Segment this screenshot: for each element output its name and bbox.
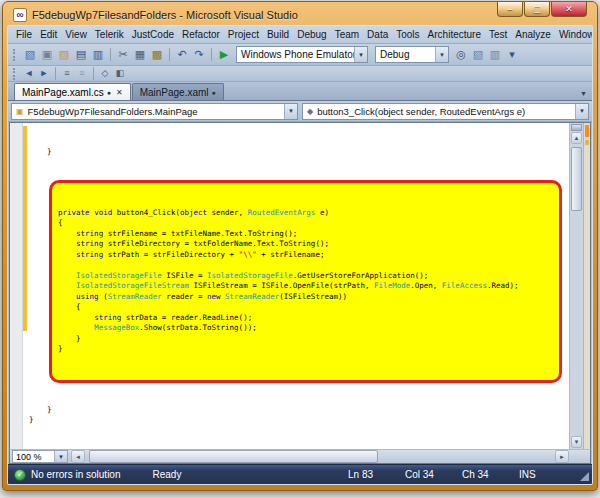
toolbar-grip[interactable] — [13, 68, 17, 80]
check-icon: ✓ — [14, 469, 26, 481]
vertical-scrollbar[interactable]: ▲ ▼ — [569, 123, 583, 449]
cut-icon[interactable]: ✂ — [115, 47, 131, 63]
chevron-down-icon[interactable]: ▼ — [284, 104, 297, 119]
menu-item-build[interactable]: Build — [263, 28, 293, 41]
code-line: } — [29, 415, 567, 426]
menu-item-architecture[interactable]: Architecture — [424, 28, 485, 41]
vertical-scrollbar-thumb[interactable] — [571, 147, 582, 211]
caption-buttons: – ▢ ✕ — [496, 2, 587, 17]
error-status[interactable]: ✓ No errors in solution — [14, 469, 134, 481]
toggle-outlining-icon[interactable]: ◧ — [113, 67, 127, 80]
tab-mainpage-xaml-cs[interactable]: MainPage.xaml.cs ● ✕ — [14, 83, 131, 100]
maximize-button[interactable]: ▢ — [524, 2, 550, 17]
code-line: } — [29, 147, 567, 158]
save-icon[interactable]: ▤ — [73, 47, 89, 63]
menu-item-project[interactable]: Project — [224, 28, 263, 41]
code-line: } — [29, 405, 567, 416]
type-dropdown[interactable]: ▣ F5debugWp7FilesandFolders.MainPage ▼ — [11, 103, 298, 120]
menu-item-test[interactable]: Test — [485, 28, 511, 41]
editor-bottom-bar: 100 % ▼ ◄ ► — [9, 449, 591, 464]
chevron-down-icon[interactable]: ▼ — [354, 47, 367, 62]
modified-indicator-icon: ● — [212, 89, 216, 96]
highlighted-code-line: string strPath = strFileDirectory + "\\"… — [58, 250, 556, 261]
toolbar-separator — [110, 48, 111, 61]
save-all-icon[interactable]: ▥ — [90, 47, 106, 63]
scroll-down-icon[interactable]: ▼ — [571, 436, 582, 448]
scroll-up-icon[interactable]: ▲ — [571, 132, 582, 144]
scroll-right-icon[interactable]: ► — [555, 450, 569, 463]
annotation-margin[interactable] — [583, 123, 590, 449]
member-dropdown[interactable]: ◆ button3_Click(object sender, RoutedEve… — [302, 103, 589, 120]
start-debug-icon[interactable]: ▶ — [216, 47, 232, 63]
track-changes-bar — [23, 126, 27, 331]
solution-configuration-dropdown[interactable]: Debug ▼ — [375, 46, 449, 63]
document-list-dropdown-icon[interactable]: ▼ — [580, 90, 587, 97]
error-status-text: No errors in solution — [31, 469, 120, 480]
code-pre: } — [29, 147, 567, 158]
highlighted-code-line — [58, 260, 556, 271]
toolbar-trailing-icons: ◎▧▥▾ — [453, 47, 520, 63]
menu-item-view[interactable]: View — [61, 28, 91, 41]
toolbar-options-icon[interactable]: ▾ — [504, 47, 520, 63]
tab-close-icon[interactable]: ✕ — [116, 88, 123, 97]
undo-icon[interactable]: ↶ — [174, 47, 190, 63]
solution-explorer-icon[interactable]: ▧ — [470, 47, 486, 63]
chevron-down-icon[interactable]: ▼ — [54, 451, 67, 462]
open-file-icon[interactable]: ▨ — [56, 47, 72, 63]
deployment-target-dropdown[interactable]: Windows Phone Emulator ▼ — [236, 46, 368, 63]
window-title: F5debugWp7FilesandFolders - Microsoft Vi… — [32, 9, 298, 21]
comment-lines-icon[interactable]: ≡ — [60, 67, 74, 80]
code-surface[interactable]: } private void button4_Click(object send… — [29, 126, 567, 449]
line-indicator: Ln 83 — [348, 469, 405, 480]
navigate-backward-icon[interactable]: ◄ — [22, 67, 36, 80]
solution-configuration-value: Debug — [376, 49, 435, 60]
title-bar[interactable]: ∞ F5debugWp7FilesandFolders - Microsoft … — [7, 2, 593, 25]
highlighted-code-line: MessageBox.Show(strData.ToString()); — [58, 323, 556, 334]
menu-item-data[interactable]: Data — [363, 28, 392, 41]
caret-position-cells: Ln 83 Col 34 Ch 34 INS — [348, 469, 576, 480]
add-item-icon[interactable]: ▣ — [39, 47, 55, 63]
minimize-button[interactable]: – — [497, 2, 523, 17]
class-icon: ▣ — [16, 107, 24, 116]
menu-item-debug[interactable]: Debug — [293, 28, 330, 41]
horizontal-scrollbar[interactable] — [87, 450, 553, 463]
zoom-value: 100 % — [13, 452, 54, 462]
vs-app-icon: ∞ — [13, 8, 27, 22]
redo-icon[interactable]: ↷ — [191, 47, 207, 63]
find-icon[interactable]: ◎ — [453, 47, 469, 63]
toolbar-separator — [93, 67, 94, 80]
bookmark-icon[interactable]: ◇ — [98, 67, 112, 80]
toolbar-grip[interactable] — [13, 49, 17, 61]
navigate-forward-icon[interactable]: ► — [37, 67, 51, 80]
vs-main-window: ∞ F5debugWp7FilesandFolders - Microsoft … — [2, 1, 598, 491]
tab-label: MainPage.xaml — [140, 87, 209, 98]
menu-item-file[interactable]: File — [12, 28, 36, 41]
menu-item-edit[interactable]: Edit — [36, 28, 61, 41]
toolbar-secondary: ◄►≡≡◇◧ — [22, 67, 127, 80]
menu-item-refactor[interactable]: Refactor — [178, 28, 224, 41]
properties-window-icon[interactable]: ▥ — [487, 47, 503, 63]
menu-item-tools[interactable]: Tools — [392, 28, 423, 41]
type-dropdown-value: F5debugWp7FilesandFolders.MainPage — [28, 106, 284, 117]
menu-item-justcode[interactable]: JustCode — [128, 28, 178, 41]
menu-item-analyze[interactable]: Analyze — [511, 28, 555, 41]
uncomment-lines-icon[interactable]: ≡ — [75, 67, 89, 80]
split-handle[interactable] — [571, 124, 582, 131]
chevron-down-icon[interactable]: ▼ — [435, 47, 448, 62]
resize-grip[interactable] — [580, 472, 589, 481]
close-button[interactable]: ✕ — [551, 2, 587, 17]
tab-mainpage-xaml[interactable]: MainPage.xaml ● — [132, 83, 224, 100]
chevron-down-icon[interactable]: ▼ — [575, 104, 588, 119]
highlighted-code-block: private void button4_Click(object sender… — [49, 180, 562, 383]
indicator-margin[interactable] — [10, 123, 23, 449]
scroll-left-icon[interactable]: ◄ — [71, 450, 85, 463]
horizontal-scrollbar-thumb[interactable] — [89, 450, 378, 463]
menu-item-team[interactable]: Team — [331, 28, 363, 41]
code-editor[interactable]: } private void button4_Click(object send… — [9, 122, 591, 449]
menu-item-window[interactable]: Window — [555, 28, 593, 41]
zoom-dropdown[interactable]: 100 % ▼ — [12, 450, 68, 463]
menu-item-telerik[interactable]: Telerik — [91, 28, 128, 41]
paste-icon[interactable]: ▩ — [149, 47, 165, 63]
new-project-icon[interactable]: ▧ — [22, 47, 38, 63]
copy-icon[interactable]: ▦ — [132, 47, 148, 63]
